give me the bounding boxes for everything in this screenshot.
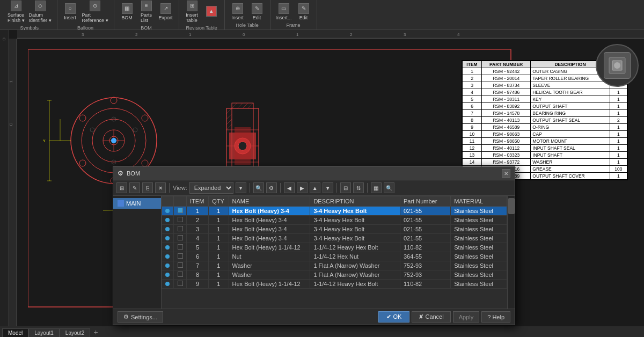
export-btn[interactable]: ↗ Export — [156, 2, 175, 21]
bom-toolbar-down-btn[interactable]: ▼ — [323, 182, 333, 193]
bom-toolbar-left-btn[interactable]: ◀ — [284, 182, 295, 193]
bom-toolbar-copy-btn[interactable]: ⎘ — [142, 182, 153, 193]
help-button[interactable]: ? Help — [481, 311, 510, 323]
scroll-thumb[interactable] — [508, 198, 515, 214]
tab-model[interactable]: Model — [2, 328, 28, 337]
row-name[interactable]: Washer — [229, 261, 310, 270]
row-name[interactable]: Hex Bolt (Heavy) 1-1/4-12 — [229, 243, 310, 252]
cancel-button[interactable]: ✘ Cancel — [412, 311, 450, 323]
bom-btn[interactable]: ▦ BOM — [118, 2, 137, 21]
col-header-partnum[interactable]: Part Number — [400, 196, 450, 207]
add-layout-btn[interactable]: + — [90, 327, 101, 337]
col-header-desc[interactable]: DESCRIPTION — [310, 196, 400, 207]
tab-layout2[interactable]: Layout2 — [60, 328, 91, 337]
row-description[interactable]: 3-4 Heavy Hex Bolt — [310, 216, 400, 225]
table-row[interactable]: 91Hex Bolt (Heavy) 1-1/4-121-1/4-12 Heav… — [162, 280, 507, 289]
toolbar-group-balloon: ○ Insert ⊙ PartReference ▾ Balloon — [57, 0, 114, 30]
bom-toolbar-cols-btn[interactable]: ▦ — [371, 182, 382, 193]
frame-insert-btn[interactable]: ▭ Insert... — [274, 2, 294, 21]
row-checkbox[interactable] — [178, 226, 183, 231]
row-checkbox-cell[interactable] — [173, 234, 186, 243]
bom-toolbar-gear-btn[interactable]: ⚙ — [266, 182, 277, 193]
table-row[interactable]: 81Washer1 Flat A (Narrow) Washer752-93St… — [162, 270, 507, 280]
bom-toolbar-delete-btn[interactable]: ✕ — [155, 182, 166, 193]
row-name[interactable]: Nut — [229, 252, 310, 261]
row-name[interactable]: Hex Bolt (Heavy) 3-4 — [229, 225, 310, 234]
row-description[interactable]: 1 Flat A (Narrow) Washer — [310, 270, 400, 280]
row-description[interactable]: 1-1/4-12 Hex Nut — [310, 252, 400, 261]
datum-identifier-btn[interactable]: ◇ DatumIdentifier ▾ — [27, 0, 54, 24]
row-checkbox[interactable] — [178, 272, 183, 277]
toolbar-group-hole: ⊕ Insert ✎ Edit Hole Table — [225, 0, 270, 30]
col-header-name[interactable]: NAME — [229, 196, 310, 207]
tab-layout1[interactable]: Layout1 — [28, 328, 60, 337]
bom-toolbar-right-btn[interactable]: ▶ — [297, 182, 308, 193]
bom-toolbar-filter-btn[interactable]: ⊟ — [340, 182, 351, 193]
row-description[interactable]: 3-4 Heavy Hex Bolt — [310, 234, 400, 243]
row-checkbox[interactable] — [178, 244, 183, 250]
row-checkbox[interactable] — [178, 208, 183, 213]
row-checkbox-cell[interactable] — [173, 216, 186, 225]
row-checkbox-cell[interactable] — [173, 225, 186, 234]
bom-dialog-titlebar[interactable]: ⚙ BOM ✕ — [113, 167, 515, 180]
export-icon: ↗ — [160, 3, 171, 14]
row-checkbox-cell[interactable] — [173, 270, 186, 280]
view-select[interactable]: Expanded Collapsed Parts Only — [189, 182, 233, 194]
table-row[interactable]: 51Hex Bolt (Heavy) 1-1/4-121-1/4-12 Heav… — [162, 243, 507, 252]
parts-list-btn[interactable]: ≡ PartsList — [137, 0, 156, 24]
table-row[interactable]: 31Hex Bolt (Heavy) 3-43-4 Heavy Hex Bolt… — [162, 225, 507, 234]
apply-button[interactable]: Apply — [453, 311, 480, 323]
col-header-qty[interactable]: QTY — [209, 196, 229, 207]
row-description[interactable]: 3-4 Heavy Hex Bolt — [310, 225, 400, 234]
table-row[interactable]: 41Hex Bolt (Heavy) 3-43-4 Heavy Hex Bolt… — [162, 234, 507, 243]
revision-insert-btn[interactable]: ⊞ InsertTable — [182, 0, 202, 24]
row-checkbox-cell[interactable] — [173, 207, 186, 216]
bom-toolbar-search-btn[interactable]: 🔍 — [384, 182, 394, 193]
row-name[interactable]: Hex Bolt (Heavy) 3-4 — [229, 207, 310, 216]
row-checkbox[interactable] — [178, 253, 183, 259]
bom-toolbar-new-btn[interactable]: ⊞ — [116, 182, 127, 193]
balloon-insert-btn[interactable]: ○ Insert — [61, 2, 80, 21]
bom-dialog-close-btn[interactable]: ✕ — [502, 169, 510, 178]
bom-toolbar-drop-btn[interactable]: ▾ — [236, 182, 246, 193]
hole-edit-btn[interactable]: ✎ Edit — [247, 2, 267, 21]
bom-toolbar-edit-btn[interactable]: ✎ — [129, 182, 140, 193]
view-cube[interactable] — [596, 44, 639, 87]
row-name[interactable]: Washer — [229, 270, 310, 280]
surface-finish-btn[interactable]: ⊿ SurfaceFinish ▾ — [5, 0, 27, 24]
row-name[interactable]: Hex Bolt (Heavy) 1-1/4-12 — [229, 280, 310, 289]
datum-identifier-icon: ◇ — [35, 1, 46, 11]
row-checkbox[interactable] — [178, 281, 183, 286]
row-checkbox[interactable] — [178, 217, 183, 222]
part-reference-btn[interactable]: ⊙ PartReference ▾ — [80, 0, 111, 24]
row-checkbox[interactable] — [178, 262, 183, 268]
col-header-item[interactable]: ITEM — [187, 196, 209, 207]
row-checkbox-cell[interactable] — [173, 243, 186, 252]
row-name[interactable]: Hex Bolt (Heavy) 3-4 — [229, 234, 310, 243]
row-description[interactable]: 1-1/4-12 Heavy Hex Bolt — [310, 280, 400, 289]
row-name[interactable]: Hex Bolt (Heavy) 3-4 — [229, 216, 310, 225]
row-checkbox-cell[interactable] — [173, 280, 186, 289]
row-checkbox[interactable] — [178, 235, 183, 240]
bom-table-container[interactable]: ITEM QTY NAME DESCRIPTION Part Number MA… — [162, 196, 507, 309]
row-checkbox-cell[interactable] — [173, 252, 186, 261]
table-row[interactable]: 61Nut1-1/4-12 Hex Nut364-55Stainless Ste… — [162, 252, 507, 261]
row-checkbox-cell[interactable] — [173, 261, 186, 270]
row-description[interactable]: 1-1/4-12 Heavy Hex Bolt — [310, 243, 400, 252]
bom-toolbar-up-btn[interactable]: ▲ — [310, 182, 320, 193]
frame-edit-btn[interactable]: ✎ Edit — [294, 2, 313, 21]
table-row[interactable]: 21Hex Bolt (Heavy) 3-43-4 Heavy Hex Bolt… — [162, 216, 507, 225]
row-description[interactable]: 3-4 Heavy Hex Bolt — [310, 207, 400, 216]
bom-scrollbar[interactable] — [507, 196, 515, 309]
sidebar-item-main[interactable]: MAIN — [113, 198, 161, 209]
hole-insert-btn[interactable]: ⊕ Insert — [228, 2, 247, 21]
row-description[interactable]: 1 Flat A (Narrow) Washer — [310, 261, 400, 270]
table-row[interactable]: 71Washer1 Flat A (Narrow) Washer752-93St… — [162, 261, 507, 270]
ok-button[interactable]: ✔ OK — [378, 311, 409, 323]
bom-toolbar-sort-btn[interactable]: ⇅ — [353, 182, 364, 193]
col-header-material[interactable]: MATERIAL — [451, 196, 507, 207]
settings-button[interactable]: ⚙ Settings... — [118, 311, 163, 323]
bom-toolbar-zoom-btn[interactable]: 🔍 — [253, 182, 264, 193]
table-row[interactable]: 11Hex Bolt (Heavy) 3-43-4 Heavy Hex Bolt… — [162, 207, 507, 216]
revision-arrow-btn[interactable]: ▲ — [202, 5, 221, 19]
